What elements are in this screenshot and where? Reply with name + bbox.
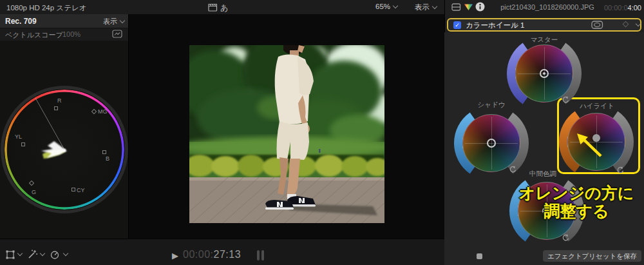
save-effect-preset-button[interactable]: エフェクトプリセットを保存: [543, 250, 641, 262]
color-inspector-icon[interactable]: [464, 3, 473, 11]
target-label-G: G: [32, 189, 36, 195]
effects-wand-icon[interactable]: [27, 249, 38, 260]
retime-icon[interactable]: [50, 250, 60, 260]
effect-enabled-checkbox[interactable]: ✓: [453, 21, 461, 29]
timecode-hours: 00:00:: [183, 249, 213, 260]
audio-meter-left[interactable]: [257, 250, 260, 260]
viewer-view-dropdown[interactable]: 表示: [415, 3, 437, 12]
clip-duration-timecode: 00:00:04:00: [599, 4, 641, 12]
keyframe-diamond-icon[interactable]: [623, 21, 629, 28]
target-label-CY: CY: [77, 187, 85, 193]
reset-icon[interactable]: [562, 234, 569, 242]
wheel-puck[interactable]: [487, 139, 496, 148]
annotation-arrow: [575, 133, 609, 160]
input-method-badge[interactable]: あ: [220, 3, 228, 14]
transform-icon[interactable]: [5, 250, 15, 260]
target-label-B: B: [106, 155, 109, 162]
project-title: 1080p HD 24p ステレオ: [6, 3, 86, 13]
chevron-down-icon: [120, 18, 125, 23]
duration-dim: 00:00:0: [604, 4, 628, 12]
target-marker-YL: [21, 142, 25, 146]
target-marker-B: [102, 150, 106, 154]
wheel-puck[interactable]: [540, 69, 549, 78]
info-inspector-icon[interactable]: [475, 2, 485, 12]
scope-view-label: 表示: [103, 17, 117, 26]
playhead-timecode: 00:00:27:13: [183, 249, 241, 260]
viewer-view-label: 表示: [415, 3, 430, 12]
chevron-down-icon: [393, 3, 398, 8]
scope-zoom-label: 100%: [62, 30, 80, 38]
reset-icon[interactable]: [616, 166, 624, 174]
effect-options-chevron[interactable]: [636, 21, 641, 26]
play-button[interactable]: ▶: [172, 251, 178, 260]
target-marker-CY: [71, 188, 75, 191]
fcp-color-correction-window: 1080p HD 24p ステレオ あ 65% 表示 Rec. 709 表示 ベ…: [0, 0, 644, 265]
duration-bright: 4:00: [628, 4, 641, 12]
clip-thumb-icon: [477, 253, 482, 259]
target-label-YL: YL: [15, 133, 22, 140]
clapperboard-icon: [208, 3, 218, 12]
scope-type-label: ベクトルスコープ: [5, 30, 63, 40]
scope-view-dropdown[interactable]: 表示: [103, 17, 124, 26]
annotation-line2: 調整する: [512, 201, 641, 222]
viewer-zoom-value: 65%: [375, 3, 390, 10]
effect-row-color-wheels[interactable]: ✓ カラーホイール 1: [447, 18, 641, 32]
target-marker-R: [54, 106, 58, 110]
timecode-frames: 27:13: [213, 249, 241, 260]
video-inspector-icon[interactable]: [451, 3, 461, 12]
audio-meter-right[interactable]: [261, 250, 264, 260]
target-label-R: R: [57, 97, 62, 104]
scope-settings-icon[interactable]: [112, 30, 122, 38]
colorspace-label: Rec. 709: [5, 17, 37, 26]
mask-icon[interactable]: [591, 21, 603, 29]
target-label-MG: MG: [98, 108, 108, 115]
viewer-zoom-dropdown[interactable]: 65%: [375, 3, 397, 10]
clip-filename: pict210430_1018260000.JPG: [496, 3, 599, 11]
video-frame: [189, 45, 384, 223]
chevron-down-icon: [432, 4, 437, 9]
